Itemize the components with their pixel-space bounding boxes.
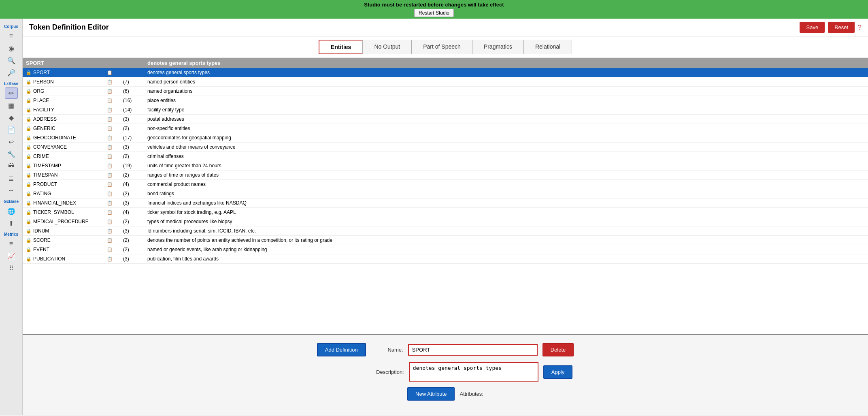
- table-row[interactable]: 🔒SCORE📋(2)denotes the number of points a…: [23, 236, 868, 245]
- apply-button[interactable]: Apply: [543, 365, 573, 379]
- row-count: (4): [120, 180, 144, 189]
- row-description: named person entities: [144, 77, 868, 87]
- restart-button[interactable]: Restart Studio: [414, 9, 454, 17]
- metrics-label: Metrics: [4, 232, 18, 237]
- row-count: (16): [120, 96, 144, 105]
- sidebar-metrics-list-icon[interactable]: ≡: [5, 238, 18, 250]
- row-name: 🔒IDNUM: [23, 226, 104, 236]
- sidebar-doc-icon[interactable]: 📄: [5, 124, 18, 135]
- col-description: denotes general sports types: [144, 58, 868, 68]
- col-icon: [104, 58, 120, 68]
- row-copy-icon: 📋: [104, 217, 120, 226]
- table-row[interactable]: 🔒GEOCOORDINATE📋(17)geocoordinates for ge…: [23, 133, 868, 143]
- top-banner: Studio must be restarted before changes …: [0, 0, 868, 19]
- row-copy-icon: 📋: [104, 87, 120, 96]
- delete-button[interactable]: Delete: [542, 343, 574, 356]
- table-row[interactable]: 🔒PRODUCT📋(4)commercial product names: [23, 180, 868, 189]
- table-row[interactable]: 🔒GENERIC📋(2)non-specific entities: [23, 124, 868, 133]
- new-attribute-button[interactable]: New Attribute: [407, 387, 455, 401]
- row-copy-icon: 📋: [104, 152, 120, 161]
- table-row[interactable]: 🔒TIMESTAMP📋(19)units of time greater tha…: [23, 161, 868, 171]
- table-row[interactable]: 🔒FINANCIAL_INDEX📋(3)financial indices an…: [23, 198, 868, 208]
- table-row[interactable]: 🔒FACILITY📋(14)facility entity type: [23, 105, 868, 115]
- table-row[interactable]: 🔒RATING📋(2)bond ratings: [23, 189, 868, 198]
- entities-table-container[interactable]: SPORT denotes general sports types 🔒SPOR…: [23, 58, 868, 334]
- row-description: denotes general sports types: [144, 68, 868, 77]
- tab-relational[interactable]: Relational: [523, 40, 572, 54]
- sidebar-list-icon[interactable]: ≣: [5, 173, 18, 184]
- row-name: 🔒PLACE: [23, 96, 104, 105]
- table-row[interactable]: 🔒TIMESPAN📋(2)ranges of time or ranges of…: [23, 171, 868, 180]
- row-count: (7): [120, 77, 144, 87]
- add-definition-button[interactable]: Add Definition: [317, 343, 366, 356]
- attributes-label: Attributes:: [460, 391, 483, 397]
- table-row[interactable]: 🔒IDNUM📋(3)Id numbers including serial, s…: [23, 226, 868, 236]
- sidebar: Corpus ≡ ◉ 🔍 🔎 LxBase ✏ ▦ ◆ 📄 ↩ 🔧 🕶 ≣ ↔ …: [0, 19, 23, 415]
- row-count: (4): [120, 208, 144, 217]
- table-row[interactable]: 🔒ORG📋(6)named organizations: [23, 87, 868, 96]
- row-description: types of medical procedures like biopsy: [144, 217, 868, 226]
- row-copy-icon: 📋: [104, 226, 120, 236]
- row-copy-icon: 📋: [104, 115, 120, 124]
- row-description: commercial product names: [144, 180, 868, 189]
- row-count: (3): [120, 254, 144, 264]
- col-name: SPORT: [23, 58, 104, 68]
- row-description: criminal offenses: [144, 152, 868, 161]
- row-name: 🔒ADDRESS: [23, 115, 104, 124]
- row-description: publication, film titles and awards: [144, 254, 868, 264]
- sidebar-gem-icon[interactable]: ◆: [5, 112, 18, 123]
- sidebar-export-icon[interactable]: ⬆: [5, 218, 18, 229]
- table-row[interactable]: 🔒PUBLICATION📋(3)publication, film titles…: [23, 254, 868, 264]
- row-description: denotes the number of points an entity a…: [144, 236, 868, 245]
- row-copy-icon: 📋: [104, 171, 120, 180]
- sidebar-undo-icon[interactable]: ↩: [5, 136, 18, 147]
- table-row[interactable]: 🔒CONVEYANCE📋(3)vehicles and other means …: [23, 143, 868, 152]
- sidebar-table-icon[interactable]: ▦: [5, 100, 18, 111]
- tab-no-output[interactable]: No Output: [362, 40, 411, 54]
- sidebar-menu-icon[interactable]: ≡: [5, 30, 18, 42]
- table-row[interactable]: 🔒PLACE📋(16)place entities: [23, 96, 868, 105]
- sidebar-search-icon[interactable]: 🔍: [5, 55, 18, 66]
- row-copy-icon: 📋: [104, 143, 120, 152]
- row-description: postal addresses: [144, 115, 868, 124]
- description-textarea[interactable]: denotes general sports types: [409, 362, 538, 382]
- sidebar-edit-icon[interactable]: ✏: [5, 87, 18, 99]
- lxbase-label: LxBase: [4, 81, 19, 86]
- tab-pragmatics[interactable]: Pragmatics: [472, 40, 523, 54]
- table-row[interactable]: 🔒MEDICAL_PROCEDURE📋(2)types of medical p…: [23, 217, 868, 226]
- row-copy-icon: 📋: [104, 161, 120, 171]
- sidebar-chart-icon[interactable]: 📈: [5, 250, 18, 262]
- table-row[interactable]: 🔒SPORT📋denotes general sports types: [23, 68, 868, 77]
- sidebar-zoom-icon[interactable]: 🔎: [5, 67, 18, 78]
- row-description: non-specific entities: [144, 124, 868, 133]
- table-row[interactable]: 🔒CRIME📋(2)criminal offenses: [23, 152, 868, 161]
- sidebar-binoculars-icon[interactable]: 🕶: [5, 160, 18, 172]
- row-name: 🔒GEOCOORDINATE: [23, 133, 104, 143]
- row-copy-icon: 📋: [104, 208, 120, 217]
- help-button[interactable]: ?: [858, 22, 862, 33]
- sidebar-view-icon[interactable]: ◉: [5, 43, 18, 54]
- sidebar-globe-icon[interactable]: 🌐: [5, 205, 18, 217]
- row-count: (2): [120, 236, 144, 245]
- reset-button[interactable]: Reset: [828, 22, 855, 33]
- tab-part-of-speech[interactable]: Part of Speech: [411, 40, 472, 54]
- name-input[interactable]: [408, 344, 538, 356]
- row-count: (2): [120, 245, 144, 254]
- table-row[interactable]: 🔒EVENT📋(2)named or generic events, like …: [23, 245, 868, 254]
- save-button[interactable]: Save: [800, 22, 825, 33]
- sidebar-dots-icon[interactable]: ⠿: [5, 262, 18, 274]
- table-row[interactable]: 🔒PERSON📋(7)named person entities: [23, 77, 868, 87]
- sidebar-arrows-icon[interactable]: ↔: [5, 185, 18, 196]
- tabs-row: Entities No Output Part of Speech Pragma…: [23, 36, 868, 58]
- row-copy-icon: 📋: [104, 198, 120, 208]
- table-row[interactable]: 🔒ADDRESS📋(3)postal addresses: [23, 115, 868, 124]
- row-copy-icon: 📋: [104, 105, 120, 115]
- form-row-description: Description: denotes general sports type…: [318, 362, 573, 382]
- row-count: (2): [120, 152, 144, 161]
- tab-entities[interactable]: Entities: [319, 40, 363, 54]
- sidebar-tool-icon[interactable]: 🔧: [5, 148, 18, 160]
- table-row[interactable]: 🔒TICKER_SYMBOL📋(4)ticker symbol for stoc…: [23, 208, 868, 217]
- row-description: named organizations: [144, 87, 868, 96]
- row-name: 🔒GENERIC: [23, 124, 104, 133]
- row-name: 🔒PUBLICATION: [23, 254, 104, 264]
